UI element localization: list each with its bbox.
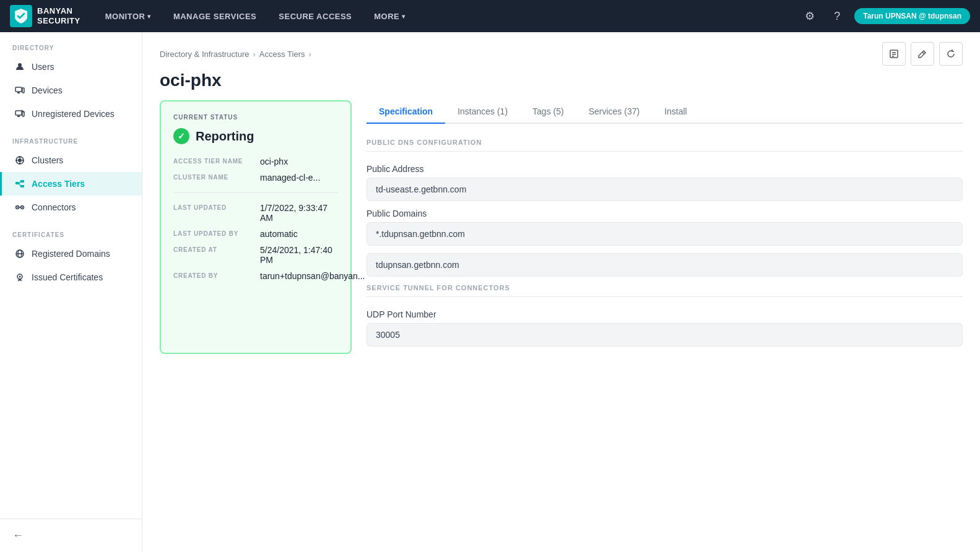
- public-domain-1-value: *.tdupnsan.getbnn.com: [366, 222, 963, 246]
- monitor-caret-icon: ▾: [147, 13, 151, 20]
- udp-port-label: UDP Port Number: [366, 309, 963, 319]
- cluster-name-row: CLUSTER NAME managed-cl-e...: [173, 173, 338, 183]
- status-divider: [173, 192, 338, 193]
- created-at-label: CREATED AT: [173, 245, 260, 253]
- refresh-button[interactable]: [939, 42, 963, 66]
- last-updated-value: 1/7/2022, 9:33:47 AM: [260, 203, 338, 223]
- logo[interactable]: BANYAN SECURITY: [10, 5, 80, 27]
- sidebar-item-unregistered-devices[interactable]: Unregistered Devices: [0, 102, 142, 126]
- nav-items: MONITOR ▾ MANAGE SERVICES SECURE ACCESS …: [95, 7, 800, 26]
- user-icon: [14, 61, 25, 72]
- service-tunnel-divider: [366, 296, 963, 297]
- public-dns-section-label: PUBLIC DNS CONFIGURATION: [366, 139, 963, 146]
- service-tunnel-section-label: SERVICE TUNNEL FOR CONNECTORS: [366, 284, 963, 291]
- created-at-row: CREATED AT 5/24/2021, 1:47:40 PM: [173, 245, 338, 265]
- certificates-section-label: CERTIFICATES: [0, 219, 142, 242]
- public-address-value: td-useast.e.getbnn.com: [366, 178, 963, 201]
- status-value: ✓ Reporting: [173, 128, 338, 144]
- unregistered-device-icon: [14, 108, 25, 119]
- svg-rect-5: [15, 111, 22, 115]
- cluster-icon: [14, 155, 25, 166]
- tab-services[interactable]: Services (37): [576, 100, 652, 124]
- created-by-label: CREATED BY: [173, 271, 260, 279]
- sidebar-item-registered-domains[interactable]: Registered Domains: [0, 242, 142, 265]
- svg-point-24: [22, 207, 23, 208]
- public-domains-label: Public Domains: [366, 209, 963, 218]
- svg-rect-2: [15, 87, 22, 92]
- last-updated-label: LAST UPDATED: [173, 203, 260, 211]
- last-updated-row: LAST UPDATED 1/7/2022, 9:33:47 AM: [173, 203, 338, 223]
- main-content: Directory & Infrastructure › Access Tier…: [142, 32, 980, 552]
- svg-rect-16: [20, 180, 24, 183]
- svg-rect-17: [20, 185, 24, 188]
- back-button[interactable]: ←: [12, 529, 129, 542]
- certificate-icon: [14, 272, 25, 283]
- svg-rect-4: [22, 88, 24, 93]
- access-tier-icon: [14, 178, 25, 189]
- device-icon: [14, 85, 25, 96]
- public-domain-2-value: tdupnsan.getbnn.com: [366, 253, 963, 277]
- tab-tags[interactable]: Tags (5): [520, 100, 576, 124]
- svg-point-12: [19, 163, 21, 165]
- settings-icon[interactable]: ⚙: [800, 6, 820, 26]
- breadcrumb-access-tiers[interactable]: Access Tiers: [259, 50, 305, 59]
- content-area: CURRENT STATUS ✓ Reporting ACCESS TIER N…: [142, 100, 980, 371]
- breadcrumb-directory[interactable]: Directory & Infrastructure: [160, 50, 249, 59]
- right-panel: Specification Instances (1) Tags (5) Ser…: [366, 100, 963, 354]
- tab-install[interactable]: Install: [652, 100, 700, 124]
- svg-point-9: [18, 158, 22, 162]
- infrastructure-section-label: INFRASTRUCTURE: [0, 126, 142, 149]
- user-menu-button[interactable]: Tarun UPNSAN @ tdupnsan: [854, 8, 970, 24]
- page-header: oci-phx: [142, 68, 980, 100]
- globe-icon: [14, 248, 25, 259]
- created-by-row: CREATED BY tarun+tdupnsan@banyan...: [173, 271, 338, 281]
- more-caret-icon: ▾: [402, 13, 405, 20]
- breadcrumb: Directory & Infrastructure › Access Tier…: [160, 50, 311, 59]
- svg-rect-3: [17, 92, 20, 93]
- svg-point-13: [16, 160, 18, 162]
- sidebar: DIRECTORY Users Devices: [0, 32, 142, 552]
- last-updated-by-row: LAST UPDATED BY automatic: [173, 229, 338, 239]
- tabs: Specification Instances (1) Tags (5) Ser…: [366, 100, 963, 124]
- nav-more[interactable]: MORE ▾: [364, 7, 415, 26]
- last-updated-by-label: LAST UPDATED BY: [173, 229, 260, 237]
- breadcrumb-sep2: ›: [309, 50, 311, 59]
- access-tier-name-label: ACCESS TIER NAME: [173, 157, 260, 165]
- public-address-label: Public Address: [366, 164, 963, 174]
- tab-instances[interactable]: Instances (1): [445, 100, 520, 124]
- connector-icon: [14, 202, 25, 213]
- svg-point-14: [22, 160, 24, 162]
- last-updated-by-value: automatic: [260, 229, 298, 239]
- nav-manage-services[interactable]: MANAGE SERVICES: [163, 7, 266, 26]
- sidebar-item-users[interactable]: Users: [0, 55, 142, 79]
- svg-point-29: [19, 276, 21, 278]
- status-section-label: CURRENT STATUS: [173, 114, 338, 121]
- public-dns-divider: [366, 151, 963, 152]
- svg-rect-6: [17, 116, 20, 117]
- tab-specification[interactable]: Specification: [366, 100, 445, 124]
- svg-rect-15: [15, 182, 19, 184]
- sidebar-item-devices[interactable]: Devices: [0, 79, 142, 102]
- svg-line-19: [19, 183, 20, 186]
- brand-name: BANYAN SECURITY: [37, 6, 80, 25]
- svg-line-18: [19, 181, 20, 183]
- svg-point-23: [17, 207, 18, 208]
- sidebar-item-clusters[interactable]: Clusters: [0, 149, 142, 172]
- check-circle-icon: ✓: [173, 128, 189, 144]
- breadcrumb-sep1: ›: [253, 50, 256, 59]
- access-tier-name-row: ACCESS TIER NAME oci-phx: [173, 157, 338, 166]
- created-at-value: 5/24/2021, 1:47:40 PM: [260, 245, 338, 265]
- sidebar-item-connectors[interactable]: Connectors: [0, 196, 142, 219]
- svg-line-34: [922, 52, 924, 54]
- sidebar-item-issued-certificates[interactable]: Issued Certificates: [0, 265, 142, 289]
- created-by-value: tarun+tdupnsan@banyan...: [260, 271, 365, 281]
- edit-button[interactable]: [911, 42, 934, 66]
- sidebar-item-access-tiers[interactable]: Access Tiers: [0, 172, 142, 196]
- svg-point-11: [19, 157, 21, 158]
- help-icon[interactable]: ?: [827, 6, 847, 26]
- export-button[interactable]: [882, 42, 906, 66]
- cluster-name-value: managed-cl-e...: [260, 173, 320, 183]
- nav-secure-access[interactable]: SECURE ACCESS: [269, 7, 362, 26]
- top-navigation: BANYAN SECURITY MONITOR ▾ MANAGE SERVICE…: [0, 0, 980, 32]
- nav-monitor[interactable]: MONITOR ▾: [95, 7, 161, 26]
